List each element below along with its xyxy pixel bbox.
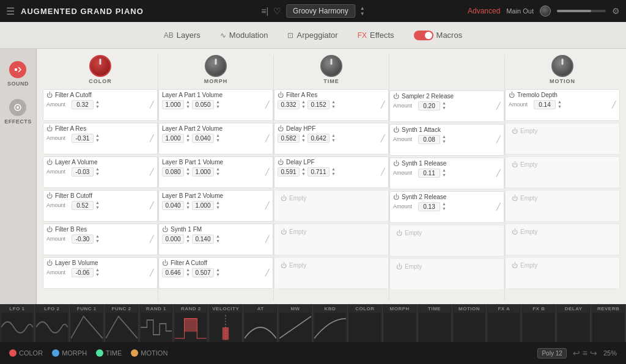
- layer-b-volume-value[interactable]: -0.06: [72, 268, 94, 277]
- tab-arpeggiator[interactable]: ⊡ Arpeggiator: [279, 27, 346, 43]
- step-down[interactable]: ▼: [216, 172, 220, 177]
- morph-r1-v1[interactable]: 1.000: [162, 100, 184, 109]
- step-down[interactable]: ▼: [186, 104, 190, 109]
- volume-knob[interactable]: [540, 5, 551, 16]
- edit-icon-m5[interactable]: ╱: [265, 235, 270, 243]
- step-up[interactable]: ▲: [216, 167, 220, 172]
- mod-bar-color[interactable]: COLOR: [348, 304, 383, 342]
- morph-r6-s1[interactable]: ▲ ▼: [186, 268, 190, 278]
- morph-r3-s2[interactable]: ▲ ▼: [216, 167, 220, 177]
- step-down[interactable]: ▼: [216, 104, 220, 109]
- filter-a-cutoff-stepper[interactable]: ▲ ▼: [95, 100, 100, 110]
- synth2-release-stepper[interactable]: ▲ ▼: [442, 202, 446, 212]
- step-down[interactable]: ▼: [442, 206, 446, 211]
- step-up[interactable]: ▲: [558, 100, 562, 104]
- edit-icon-t3[interactable]: ╱: [381, 168, 385, 176]
- time-r2-v1[interactable]: 0.582: [278, 134, 300, 143]
- motion-knob[interactable]: [551, 55, 573, 77]
- step-up[interactable]: ▲: [216, 133, 220, 138]
- preset-down-arrow[interactable]: ▼: [360, 12, 365, 16]
- mod-bar-at[interactable]: AT: [243, 304, 278, 342]
- step-up[interactable]: ▲: [301, 133, 306, 138]
- morph-r4-v1[interactable]: 0.040: [162, 201, 184, 210]
- step-up[interactable]: ▲: [442, 168, 446, 173]
- volume-bar[interactable]: [557, 10, 606, 12]
- step-up[interactable]: ▲: [186, 200, 190, 205]
- step-down[interactable]: ▼: [95, 239, 100, 244]
- step-down[interactable]: ▼: [186, 138, 190, 143]
- step-up[interactable]: ▲: [442, 134, 446, 139]
- mod-bar-reverb[interactable]: REVERB: [591, 304, 626, 342]
- time-r1-s1[interactable]: ▲ ▼: [301, 100, 306, 110]
- step-down[interactable]: ▼: [301, 104, 306, 109]
- step-up[interactable]: ▲: [95, 234, 100, 239]
- step-up[interactable]: ▲: [186, 268, 190, 272]
- morph-r2-v1[interactable]: 1.000: [162, 134, 184, 143]
- settings-icon[interactable]: ⚙: [612, 6, 620, 16]
- mod-bar-fxb[interactable]: FX B: [521, 304, 556, 342]
- mod-bar-lfo1[interactable]: LFO 1: [0, 304, 35, 342]
- morph-r5-s1[interactable]: ▲ ▼: [186, 234, 190, 244]
- step-up[interactable]: ▲: [331, 100, 336, 104]
- step-down[interactable]: ▼: [301, 138, 306, 143]
- edit-icon-3[interactable]: ╱: [150, 168, 154, 176]
- edit-icon-mo1[interactable]: ╱: [612, 101, 616, 109]
- morph-knob[interactable]: [205, 55, 227, 77]
- morph-r2-s2[interactable]: ▲ ▼: [216, 133, 220, 144]
- preset-name[interactable]: Groovy Harmony: [286, 4, 355, 18]
- morph-r1-v2[interactable]: 0.050: [192, 100, 214, 109]
- library-icon[interactable]: ≡|: [261, 6, 268, 16]
- filter-a-res-stepper[interactable]: ▲ ▼: [95, 133, 100, 144]
- morph-r4-v2[interactable]: 1.000: [192, 201, 214, 210]
- morph-r5-v2[interactable]: 0.140: [192, 235, 214, 244]
- mod-bar-fxa[interactable]: FX A: [487, 304, 521, 342]
- sampler2-release-value[interactable]: 0.20: [418, 101, 440, 111]
- tab-macros[interactable]: Macros: [405, 27, 471, 44]
- tab-effects[interactable]: FX Effects: [349, 27, 403, 43]
- edit-icon-1[interactable]: ╱: [150, 101, 154, 109]
- filter-b-cutoff-value[interactable]: 0.52: [72, 201, 94, 210]
- mod-bar-delay[interactable]: DELAY: [556, 304, 591, 342]
- time-r3-s1[interactable]: ▲ ▼: [301, 167, 306, 177]
- layer-b-volume-stepper[interactable]: ▲ ▼: [95, 268, 100, 278]
- edit-icon-2[interactable]: ╱: [150, 134, 154, 142]
- morph-r1-s2[interactable]: ▲ ▼: [216, 100, 220, 110]
- mod-bar-func2[interactable]: FUNC 2: [105, 304, 139, 342]
- mod-bar-rand1[interactable]: RAND 1: [139, 304, 174, 342]
- step-up[interactable]: ▲: [331, 133, 336, 138]
- step-down[interactable]: ▼: [186, 272, 190, 277]
- layer-a-volume-stepper[interactable]: ▲ ▼: [95, 167, 100, 177]
- step-up[interactable]: ▲: [216, 234, 220, 239]
- step-up[interactable]: ▲: [442, 202, 446, 206]
- morph-r4-s2[interactable]: ▲ ▼: [216, 200, 220, 211]
- step-down[interactable]: ▼: [186, 239, 190, 244]
- synth1-release-value[interactable]: 0.11: [418, 169, 440, 178]
- edit-icon-m4[interactable]: ╱: [265, 202, 270, 209]
- edit-icon-m2[interactable]: ╱: [265, 134, 270, 142]
- step-up[interactable]: ▲: [95, 133, 100, 138]
- step-up[interactable]: ▲: [95, 268, 100, 272]
- step-up[interactable]: ▲: [331, 167, 336, 172]
- morph-r3-v2[interactable]: 1.000: [192, 167, 214, 177]
- mod-bar-lfo2[interactable]: LFO 2: [35, 304, 70, 342]
- preset-up-arrow[interactable]: ▲: [360, 6, 365, 11]
- synth1-attack-value[interactable]: 0.08: [418, 135, 440, 144]
- morph-r3-s1[interactable]: ▲ ▼: [186, 167, 190, 177]
- morph-r6-s2[interactable]: ▲ ▼: [216, 268, 220, 278]
- step-up[interactable]: ▲: [442, 101, 446, 106]
- time-r1-s2[interactable]: ▲ ▼: [331, 100, 336, 110]
- step-up[interactable]: ▲: [216, 100, 220, 104]
- menu-button[interactable]: ≡: [583, 348, 587, 358]
- step-up[interactable]: ▲: [95, 100, 100, 104]
- step-down[interactable]: ▼: [331, 138, 336, 143]
- step-down[interactable]: ▼: [331, 172, 336, 177]
- time-r1-v1[interactable]: 0.332: [278, 100, 300, 109]
- step-down[interactable]: ▼: [331, 104, 336, 109]
- time-r2-v2[interactable]: 0.642: [307, 134, 330, 143]
- filter-a-cutoff-value[interactable]: 0.32: [72, 100, 94, 109]
- morph-r1-s1[interactable]: ▲ ▼: [186, 100, 190, 110]
- step-up[interactable]: ▲: [216, 268, 220, 272]
- sidebar-item-effects[interactable]: EFFECTS: [4, 99, 32, 125]
- morph-r6-v1[interactable]: 0.646: [162, 268, 184, 277]
- step-up[interactable]: ▲: [186, 167, 190, 172]
